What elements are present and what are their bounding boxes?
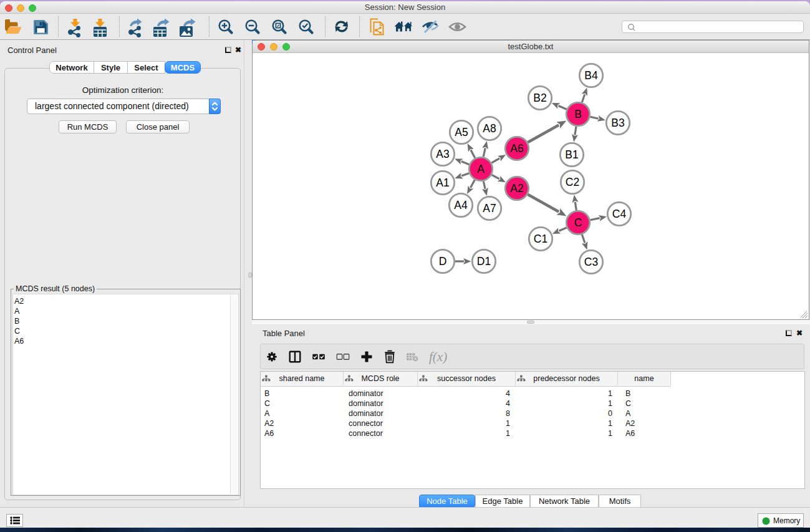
svg-text:C3: C3 xyxy=(584,256,598,268)
svg-text:A: A xyxy=(477,163,485,175)
svg-text:D: D xyxy=(439,255,447,268)
svg-text:A5: A5 xyxy=(455,126,468,138)
svg-text:C1: C1 xyxy=(534,233,547,245)
svg-text:A1: A1 xyxy=(436,177,449,189)
svg-text:A4: A4 xyxy=(454,199,468,211)
svg-text:A6: A6 xyxy=(510,142,523,155)
svg-text:C4: C4 xyxy=(612,208,627,220)
svg-text:B: B xyxy=(574,108,582,120)
svg-text:C: C xyxy=(574,216,582,229)
svg-text:f(x): f(x) xyxy=(429,349,447,364)
svg-text:B1: B1 xyxy=(565,148,578,161)
svg-text:A7: A7 xyxy=(483,202,496,215)
svg-text:B3: B3 xyxy=(611,117,624,129)
svg-text:C2: C2 xyxy=(566,176,579,188)
svg-text:A3: A3 xyxy=(436,148,449,160)
svg-text:A2: A2 xyxy=(510,182,523,195)
svg-text:B2: B2 xyxy=(533,92,546,104)
svg-text:D1: D1 xyxy=(477,255,491,268)
svg-text:B4: B4 xyxy=(584,69,598,82)
svg-text:A8: A8 xyxy=(483,122,496,135)
